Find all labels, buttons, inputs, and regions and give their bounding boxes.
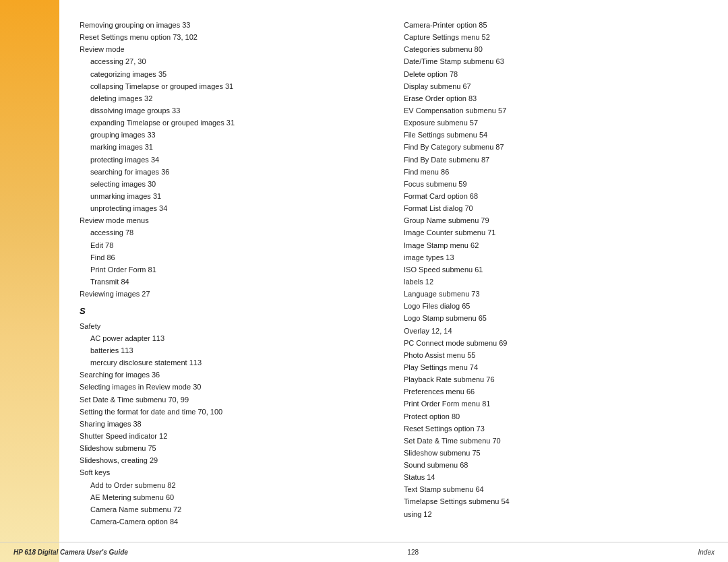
right-column: Camera-Printer option 85Capture Settings… [404,19,708,528]
index-entry: unmarking images 31 [80,190,384,202]
index-entry: mercury disclosure statement 113 [80,356,384,369]
index-entry: Slideshow submenu 75 [404,447,708,459]
index-entry: Protect option 80 [404,410,708,423]
index-entry: Reviewing images 27 [80,288,384,300]
index-entry: Playback Rate submenu 76 [404,373,708,385]
footer: HP 618 Digital Camera User's Guide 128 I… [0,542,728,562]
index-entry: AE Metering submenu 60 [80,491,384,503]
main-content: Removing grouping on images 33Reset Sett… [59,0,728,542]
index-entry: Selecting images in Review mode 30 [80,381,384,393]
index-entry: Logo Files dialog 65 [404,300,708,312]
index-entry: EV Compensation submenu 57 [404,104,708,117]
index-entry: Camera-Printer option 85 [404,19,708,31]
index-entry: Review mode [80,43,384,55]
index-entry: Print Order Form 81 [80,263,384,276]
index-entry: Print Order Form menu 81 [404,398,708,410]
index-entry: batteries 113 [80,344,384,356]
index-entry: File Settings submenu 54 [404,129,708,141]
footer-title: HP 618 Digital Camera User's Guide [13,549,128,556]
index-entry: Setting the format for date and time 70,… [80,406,384,418]
index-entry: Format List dialog 70 [404,202,708,214]
index-entry: Searching for images 36 [80,369,384,381]
index-entry: deleting images 32 [80,92,384,104]
index-entry: Group Name submenu 79 [404,214,708,226]
index-entry: Find By Date submenu 87 [404,154,708,166]
footer-page: 128 [407,549,419,556]
index-entry: Slideshow submenu 75 [80,442,384,454]
index-entry: Play Settings menu 74 [404,361,708,373]
index-entry: labels 12 [404,276,708,288]
index-entry: Find 86 [80,251,384,263]
index-entry: Find By Category submenu 87 [404,141,708,153]
index-entry: Shutter Speed indicator 12 [80,430,384,442]
index-entry: Timelapse Settings submenu 54 [404,495,708,507]
index-entry: accessing 78 [80,226,384,239]
index-entry: Status 14 [404,471,708,483]
index-entry: Set Date & Time submenu 70 [404,435,708,447]
index-entry: Image Stamp menu 62 [404,239,708,251]
left-column: Removing grouping on images 33Reset Sett… [80,19,384,528]
index-entry: dissolving image groups 33 [80,104,384,117]
index-entry: Focus submenu 59 [404,178,708,190]
index-entry: image types 13 [404,251,708,263]
index-entry: PC Connect mode submenu 69 [404,337,708,349]
index-entry: Erase Order option 83 [404,92,708,104]
index-entry: Logo Stamp submenu 65 [404,312,708,324]
index-entry: Exposure submenu 57 [404,117,708,129]
index-entry: accessing 27, 30 [80,55,384,67]
index-entry: Overlay 12, 14 [404,325,708,337]
index-entry: unprotecting images 34 [80,202,384,214]
index-entry: Categories submenu 80 [404,43,708,55]
index-entry: Format Card option 68 [404,190,708,202]
index-entry: Soft keys [80,466,384,478]
index-entry: selecting images 30 [80,178,384,190]
index-entry: Set Date & Time submenu 70, 99 [80,394,384,406]
footer-index: Index [698,549,715,556]
index-entry: Review mode menus [80,214,384,226]
index-entry: Display submenu 67 [404,80,708,92]
index-entry: using 12 [404,508,708,520]
index-entry: Removing grouping on images 33 [80,19,384,31]
index-entry: Camera-Camera option 84 [80,516,384,528]
index-entry: Edit 78 [80,239,384,251]
index-entry: Reset Settings menu option 73, 102 [80,31,384,43]
index-entry: Transmit 84 [80,276,384,288]
index-entry: Find menu 86 [404,166,708,178]
index-entry: protecting images 34 [80,154,384,166]
index-entry: Capture Settings menu 52 [404,31,708,43]
index-entry: collapsing Timelapse or grouped images 3… [80,80,384,92]
index-entry: Date/Time Stamp submenu 63 [404,55,708,67]
index-entry: Safety [80,320,384,332]
index-entry: Photo Assist menu 55 [404,349,708,361]
index-entry: categorizing images 35 [80,68,384,80]
index-entry: expanding Timelapse or grouped images 31 [80,117,384,129]
index-entry: Camera Name submenu 72 [80,503,384,516]
index-entry: Add to Order submenu 82 [80,479,384,491]
index-entry: S [80,304,384,318]
index-entry: Sharing images 38 [80,418,384,430]
index-entry: Delete option 78 [404,68,708,80]
index-entry: searching for images 36 [80,166,384,178]
index-entry: marking images 31 [80,141,384,153]
index-entry: Sound submenu 68 [404,459,708,471]
index-entry: ISO Speed submenu 61 [404,263,708,276]
index-entry: Text Stamp submenu 64 [404,483,708,495]
index-entry: Language submenu 73 [404,288,708,300]
sidebar [0,0,59,562]
index-entry: Slideshows, creating 29 [80,454,384,466]
index-entry: Image Counter submenu 71 [404,226,708,239]
index-entry: grouping images 33 [80,129,384,141]
index-entry: Preferences menu 66 [404,385,708,398]
index-entry: AC power adapter 113 [80,332,384,344]
index-entry: Reset Settings option 73 [404,423,708,435]
